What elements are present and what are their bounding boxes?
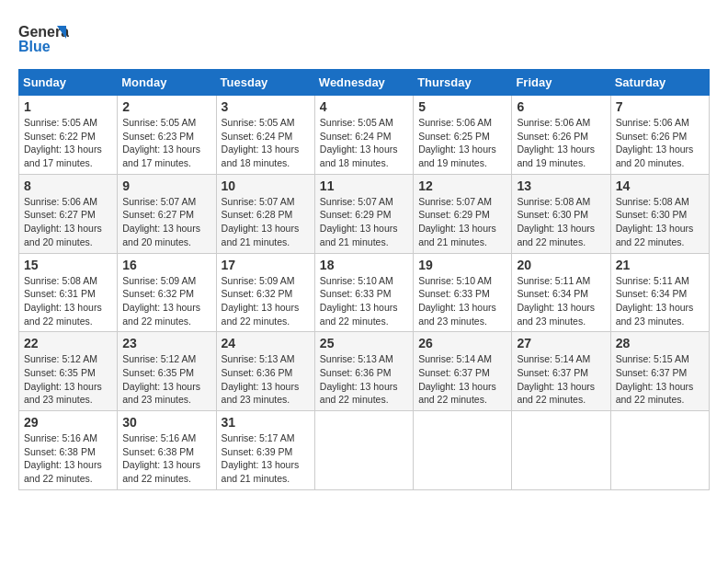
day-info: Sunrise: 5:12 AMSunset: 6:35 PMDaylight:… xyxy=(24,353,102,405)
day-info: Sunrise: 5:11 AMSunset: 6:34 PMDaylight:… xyxy=(517,275,595,327)
calendar-cell xyxy=(314,411,413,490)
day-number: 16 xyxy=(122,258,210,272)
day-info: Sunrise: 5:07 AMSunset: 6:27 PMDaylight:… xyxy=(122,196,200,247)
calendar-cell: 1 Sunrise: 5:05 AMSunset: 6:22 PMDayligh… xyxy=(19,96,118,175)
day-number: 13 xyxy=(517,178,605,193)
day-info: Sunrise: 5:07 AMSunset: 6:28 PMDaylight:… xyxy=(222,196,300,247)
day-info: Sunrise: 5:10 AMSunset: 6:33 PMDaylight:… xyxy=(418,275,496,327)
logo: General Blue xyxy=(18,18,69,60)
day-info: Sunrise: 5:10 AMSunset: 6:33 PMDaylight:… xyxy=(320,275,398,327)
day-info: Sunrise: 5:16 AMSunset: 6:38 PMDaylight:… xyxy=(122,432,200,484)
day-info: Sunrise: 5:09 AMSunset: 6:32 PMDaylight:… xyxy=(222,275,300,327)
day-info: Sunrise: 5:05 AMSunset: 6:24 PMDaylight:… xyxy=(320,117,398,168)
calendar-week-2: 8 Sunrise: 5:06 AMSunset: 6:27 PMDayligh… xyxy=(19,174,710,253)
day-number: 24 xyxy=(222,336,310,350)
dow-wednesday: Wednesday xyxy=(314,70,413,96)
calendar-cell xyxy=(414,411,512,490)
day-info: Sunrise: 5:06 AMSunset: 6:26 PMDaylight:… xyxy=(616,117,694,168)
day-number: 11 xyxy=(320,178,408,193)
day-number: 6 xyxy=(517,99,605,114)
day-info: Sunrise: 5:14 AMSunset: 6:37 PMDaylight:… xyxy=(418,353,496,405)
calendar-cell: 9 Sunrise: 5:07 AMSunset: 6:27 PMDayligh… xyxy=(118,174,216,253)
calendar-cell: 17 Sunrise: 5:09 AMSunset: 6:32 PMDaylig… xyxy=(216,253,314,332)
calendar-cell: 13 Sunrise: 5:08 AMSunset: 6:30 PMDaylig… xyxy=(512,174,610,253)
day-info: Sunrise: 5:16 AMSunset: 6:38 PMDaylight:… xyxy=(24,432,102,484)
day-info: Sunrise: 5:14 AMSunset: 6:37 PMDaylight:… xyxy=(517,353,595,405)
calendar-cell: 5 Sunrise: 5:06 AMSunset: 6:25 PMDayligh… xyxy=(414,96,512,175)
calendar-cell: 15 Sunrise: 5:08 AMSunset: 6:31 PMDaylig… xyxy=(19,253,118,332)
calendar-cell: 7 Sunrise: 5:06 AMSunset: 6:26 PMDayligh… xyxy=(610,96,709,175)
day-number: 3 xyxy=(222,99,310,114)
calendar-cell: 3 Sunrise: 5:05 AMSunset: 6:24 PMDayligh… xyxy=(216,96,314,175)
dow-saturday: Saturday xyxy=(610,70,709,96)
day-info: Sunrise: 5:06 AMSunset: 6:26 PMDaylight:… xyxy=(517,117,595,168)
page-header: General Blue xyxy=(18,18,710,60)
calendar-week-3: 15 Sunrise: 5:08 AMSunset: 6:31 PMDaylig… xyxy=(19,253,710,332)
dow-tuesday: Tuesday xyxy=(216,70,314,96)
calendar-week-5: 29 Sunrise: 5:16 AMSunset: 6:38 PMDaylig… xyxy=(19,411,710,490)
day-info: Sunrise: 5:09 AMSunset: 6:32 PMDaylight:… xyxy=(122,275,200,327)
day-info: Sunrise: 5:13 AMSunset: 6:36 PMDaylight:… xyxy=(222,353,300,405)
calendar-cell: 18 Sunrise: 5:10 AMSunset: 6:33 PMDaylig… xyxy=(314,253,413,332)
calendar-cell: 26 Sunrise: 5:14 AMSunset: 6:37 PMDaylig… xyxy=(414,332,512,411)
calendar-cell: 6 Sunrise: 5:06 AMSunset: 6:26 PMDayligh… xyxy=(512,96,610,175)
day-number: 20 xyxy=(517,258,605,272)
day-number: 23 xyxy=(122,336,210,350)
calendar-cell: 30 Sunrise: 5:16 AMSunset: 6:38 PMDaylig… xyxy=(118,411,216,490)
dow-friday: Friday xyxy=(512,70,610,96)
day-number: 30 xyxy=(122,415,210,430)
day-info: Sunrise: 5:13 AMSunset: 6:36 PMDaylight:… xyxy=(320,353,398,405)
calendar-cell: 28 Sunrise: 5:15 AMSunset: 6:37 PMDaylig… xyxy=(610,332,709,411)
logo-icon: General Blue xyxy=(18,18,69,60)
days-of-week-header: SundayMondayTuesdayWednesdayThursdayFrid… xyxy=(19,70,710,96)
day-info: Sunrise: 5:06 AMSunset: 6:25 PMDaylight:… xyxy=(418,117,496,168)
day-number: 2 xyxy=(122,99,210,114)
calendar-cell xyxy=(610,411,709,490)
day-info: Sunrise: 5:05 AMSunset: 6:23 PMDaylight:… xyxy=(122,117,200,168)
calendar-cell: 22 Sunrise: 5:12 AMSunset: 6:35 PMDaylig… xyxy=(19,332,118,411)
day-number: 10 xyxy=(222,178,310,193)
day-info: Sunrise: 5:06 AMSunset: 6:27 PMDaylight:… xyxy=(24,196,102,247)
day-number: 9 xyxy=(122,178,210,193)
day-info: Sunrise: 5:12 AMSunset: 6:35 PMDaylight:… xyxy=(122,353,200,405)
calendar-cell: 27 Sunrise: 5:14 AMSunset: 6:37 PMDaylig… xyxy=(512,332,610,411)
day-number: 4 xyxy=(320,99,408,114)
calendar-cell: 25 Sunrise: 5:13 AMSunset: 6:36 PMDaylig… xyxy=(314,332,413,411)
calendar-cell: 2 Sunrise: 5:05 AMSunset: 6:23 PMDayligh… xyxy=(118,96,216,175)
day-number: 25 xyxy=(320,336,408,350)
day-info: Sunrise: 5:08 AMSunset: 6:30 PMDaylight:… xyxy=(517,196,595,247)
calendar-cell: 4 Sunrise: 5:05 AMSunset: 6:24 PMDayligh… xyxy=(314,96,413,175)
day-number: 27 xyxy=(517,336,605,350)
calendar-body: 1 Sunrise: 5:05 AMSunset: 6:22 PMDayligh… xyxy=(19,96,710,490)
calendar-cell: 31 Sunrise: 5:17 AMSunset: 6:39 PMDaylig… xyxy=(216,411,314,490)
calendar-cell xyxy=(512,411,610,490)
day-number: 21 xyxy=(616,258,704,272)
calendar-cell: 24 Sunrise: 5:13 AMSunset: 6:36 PMDaylig… xyxy=(216,332,314,411)
day-info: Sunrise: 5:08 AMSunset: 6:30 PMDaylight:… xyxy=(616,196,694,247)
day-number: 14 xyxy=(616,178,704,193)
day-number: 1 xyxy=(24,99,112,114)
calendar-cell: 29 Sunrise: 5:16 AMSunset: 6:38 PMDaylig… xyxy=(19,411,118,490)
day-number: 28 xyxy=(616,336,704,350)
day-info: Sunrise: 5:17 AMSunset: 6:39 PMDaylight:… xyxy=(222,432,300,484)
day-number: 8 xyxy=(24,178,112,193)
calendar-cell: 21 Sunrise: 5:11 AMSunset: 6:34 PMDaylig… xyxy=(610,253,709,332)
calendar-table: SundayMondayTuesdayWednesdayThursdayFrid… xyxy=(18,69,710,490)
day-info: Sunrise: 5:11 AMSunset: 6:34 PMDaylight:… xyxy=(616,275,694,327)
day-info: Sunrise: 5:15 AMSunset: 6:37 PMDaylight:… xyxy=(616,353,694,405)
svg-text:Blue: Blue xyxy=(18,39,51,54)
day-number: 5 xyxy=(418,99,506,114)
calendar-cell: 14 Sunrise: 5:08 AMSunset: 6:30 PMDaylig… xyxy=(610,174,709,253)
day-number: 12 xyxy=(418,178,506,193)
day-number: 26 xyxy=(418,336,506,350)
day-number: 31 xyxy=(222,415,310,430)
day-info: Sunrise: 5:05 AMSunset: 6:22 PMDaylight:… xyxy=(24,117,102,168)
day-number: 19 xyxy=(418,258,506,272)
day-info: Sunrise: 5:05 AMSunset: 6:24 PMDaylight:… xyxy=(222,117,300,168)
calendar-cell: 11 Sunrise: 5:07 AMSunset: 6:29 PMDaylig… xyxy=(314,174,413,253)
dow-sunday: Sunday xyxy=(19,70,118,96)
calendar-week-4: 22 Sunrise: 5:12 AMSunset: 6:35 PMDaylig… xyxy=(19,332,710,411)
calendar-cell: 8 Sunrise: 5:06 AMSunset: 6:27 PMDayligh… xyxy=(19,174,118,253)
day-info: Sunrise: 5:07 AMSunset: 6:29 PMDaylight:… xyxy=(418,196,496,247)
calendar-cell: 12 Sunrise: 5:07 AMSunset: 6:29 PMDaylig… xyxy=(414,174,512,253)
